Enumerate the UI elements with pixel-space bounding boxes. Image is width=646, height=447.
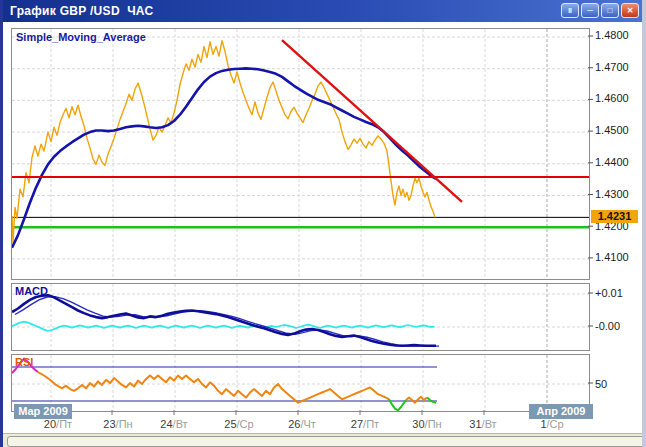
- title-bar[interactable]: График GBP /USD ЧАС ‖ ─ □ ✕: [3, 0, 642, 22]
- macd-axis-label: +0.01: [595, 287, 645, 300]
- indicator-name-label: Simple_Moving_Average: [16, 31, 146, 43]
- window-controls: ‖ ─ □ ✕: [561, 3, 639, 18]
- price-axis-label: 1.4500: [595, 124, 645, 137]
- macd-axis-label: -0.00: [595, 320, 645, 333]
- pause-button[interactable]: ‖: [561, 3, 579, 18]
- rsi-panel[interactable]: RSI: [11, 354, 590, 412]
- macd-label: MACD: [15, 285, 48, 297]
- price-axis-label: 1.4800: [595, 29, 645, 42]
- date-label: 23/Пн: [94, 418, 142, 431]
- rsi-axis-label: 50: [595, 378, 645, 391]
- price-axis-label: 1.4300: [595, 188, 645, 201]
- macd-panel[interactable]: MACD: [11, 283, 590, 351]
- x-axis-ticks: [11, 410, 588, 416]
- price-axis-label: 1.4100: [595, 251, 645, 264]
- right-axis-ticks: [588, 28, 594, 410]
- date-label: 26/Чт: [278, 418, 326, 431]
- date-label: 1/Ср: [528, 418, 576, 431]
- price-axis-label: 1.4600: [595, 92, 645, 105]
- month-badge-march: Мар 2009: [14, 404, 72, 419]
- macd-canvas[interactable]: [12, 284, 589, 350]
- price-axis-label: 1.4700: [595, 61, 645, 74]
- date-label: 20/Пт: [34, 418, 82, 431]
- date-label: 27/Пт: [341, 418, 389, 431]
- maximize-button[interactable]: □: [601, 3, 619, 18]
- chart-window: График GBP /USD ЧАС ‖ ─ □ ✕ Simple_Movin…: [0, 0, 646, 447]
- date-label: 25/Ср: [215, 418, 263, 431]
- month-badge-april: Апр 2009: [529, 404, 593, 419]
- date-label: 31/Вт: [459, 418, 507, 431]
- minimize-button[interactable]: ─: [581, 3, 599, 18]
- window-title: График GBP /USD ЧАС: [3, 4, 154, 18]
- rsi-label: RSI: [15, 356, 33, 368]
- rsi-canvas[interactable]: [12, 355, 589, 411]
- current-price-tag: 1.4231: [591, 210, 638, 223]
- date-label: 30/Пн: [403, 418, 451, 431]
- scrollbar-track: [3, 433, 646, 447]
- date-label: 24/Вт: [150, 418, 198, 431]
- price-chart-canvas[interactable]: [12, 29, 589, 279]
- horizontal-scrollbar[interactable]: [7, 436, 646, 447]
- price-chart-panel[interactable]: Simple_Moving_Average: [11, 28, 590, 280]
- close-button[interactable]: ✕: [621, 3, 639, 18]
- price-axis-label: 1.4400: [595, 156, 645, 169]
